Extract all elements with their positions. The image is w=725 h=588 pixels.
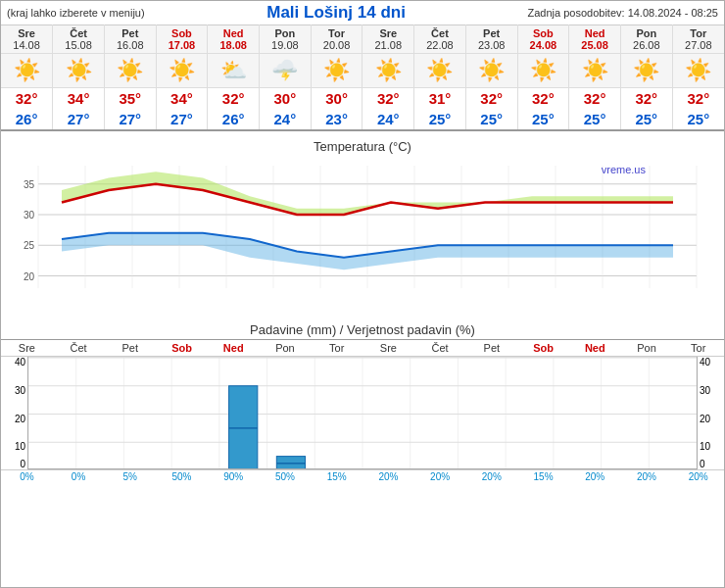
weather-icon-cell: ☀️ <box>620 54 672 88</box>
day-cell: Sre14.08 <box>1 25 53 54</box>
day-cell: Tor27.08 <box>672 25 724 54</box>
precip-day-header: Pon <box>260 340 312 356</box>
precip-day-header: Ned <box>569 340 621 356</box>
menu-hint: (kraj lahko izberete v meniju) <box>7 7 145 19</box>
weather-icon-cell: ☀️ <box>1 54 53 88</box>
day-cell: Pon19.08 <box>260 25 312 54</box>
low-temp-cell: 25° <box>414 109 466 130</box>
day-cell: Pet23.08 <box>465 25 517 54</box>
high-temp-cell: 32° <box>1 88 53 110</box>
precip-day-header: Pet <box>104 340 156 356</box>
low-temp-cell: 27° <box>156 109 208 130</box>
day-cell: Sob24.08 <box>517 25 569 54</box>
precip-percent-cell: 50% <box>260 470 312 483</box>
high-temp-cell: 32° <box>362 88 414 110</box>
day-cell: Tor20.08 <box>311 25 362 54</box>
last-update: Zadnja posodobitev: 14.08.2024 - 08:25 <box>528 7 718 19</box>
precip-chart-title: Padavine (mm) / Verjetnost padavin (%) <box>1 318 724 339</box>
high-temp-cell: 32° <box>569 88 621 110</box>
svg-text:35: 35 <box>24 179 35 190</box>
precip-percent-cell: 20% <box>621 470 673 483</box>
weather-icon-cell: ☀️ <box>465 54 517 88</box>
weather-icon-cell: 🌩️ <box>260 54 312 88</box>
high-temp-cell: 30° <box>311 88 362 110</box>
precip-percent-cell: 90% <box>208 470 260 483</box>
weather-icon-cell: ☀️ <box>414 54 466 88</box>
weather-icon-cell: ⛅ <box>208 54 260 88</box>
precip-day-header: Tor <box>672 340 724 356</box>
low-temp-cell: 25° <box>620 109 672 130</box>
precip-day-header: Sob <box>517 340 569 356</box>
day-cell: Ned18.08 <box>208 25 260 54</box>
high-temp-cell: 34° <box>156 88 208 110</box>
high-temp-cell: 32° <box>465 88 517 110</box>
low-temp-cell: 24° <box>260 109 312 130</box>
precip-percent-cell: 5% <box>104 470 156 483</box>
low-temp-cell: 24° <box>362 109 414 130</box>
precip-percent-cell: 15% <box>517 470 569 483</box>
precip-day-header: Čet <box>414 340 466 356</box>
low-temp-cell: 27° <box>104 109 156 130</box>
high-temp-cell: 32° <box>208 88 260 110</box>
svg-rect-46 <box>276 457 305 468</box>
precip-percent-cell: 20% <box>569 470 621 483</box>
day-cell: Čet15.08 <box>53 25 105 54</box>
precip-percent-cell: 20% <box>362 470 414 483</box>
high-temp-cell: 34° <box>53 88 105 110</box>
high-temp-cell: 31° <box>414 88 466 110</box>
day-cell: Čet22.08 <box>414 25 466 54</box>
day-cell: Ned25.08 <box>569 25 621 54</box>
precip-day-header: Pet <box>465 340 517 356</box>
precip-percent-cell: 50% <box>156 470 208 483</box>
high-temp-cell: 30° <box>260 88 312 110</box>
weather-icon-cell: ☀️ <box>311 54 362 88</box>
low-temp-cell: 27° <box>53 109 105 130</box>
weather-icon-cell: ☀️ <box>569 54 621 88</box>
weather-table: Sre14.08Čet15.08Pet16.08Sob17.08Ned18.08… <box>1 24 724 131</box>
precip-chart-container: Padavine (mm) / Verjetnost padavin (%) S… <box>1 318 724 505</box>
high-temp-cell: 32° <box>620 88 672 110</box>
low-temp-cell: 26° <box>208 109 260 130</box>
low-temp-cell: 25° <box>465 109 517 130</box>
svg-rect-44 <box>229 386 258 468</box>
svg-text:25: 25 <box>24 240 35 251</box>
high-temp-cell: 32° <box>517 88 569 110</box>
precip-day-header: Ned <box>208 340 260 356</box>
day-cell: Sob17.08 <box>156 25 208 54</box>
precip-day-header: Sob <box>156 340 208 356</box>
precip-day-header: Tor <box>311 340 362 356</box>
precip-percent-cell: 15% <box>311 470 362 483</box>
weather-icon-cell: ☀️ <box>672 54 724 88</box>
weather-icon-cell: ☀️ <box>156 54 208 88</box>
weather-icon-cell: ☀️ <box>517 54 569 88</box>
svg-text:20: 20 <box>24 271 35 282</box>
high-temp-cell: 32° <box>672 88 724 110</box>
low-temp-cell: 25° <box>517 109 569 130</box>
precip-percent-cell: 0% <box>1 470 53 483</box>
weather-icon-cell: ☀️ <box>362 54 414 88</box>
weather-icon-cell: ☀️ <box>104 54 156 88</box>
low-temp-cell: 25° <box>672 109 724 130</box>
day-cell: Pon26.08 <box>620 25 672 54</box>
high-temp-cell: 35° <box>104 88 156 110</box>
low-temp-cell: 26° <box>1 109 53 130</box>
precip-day-header: Pon <box>621 340 673 356</box>
day-cell: Pet16.08 <box>104 25 156 54</box>
precip-day-header: Čet <box>53 340 105 356</box>
precip-day-header: Sre <box>362 340 414 356</box>
precip-percent-cell: 20% <box>465 470 517 483</box>
precip-day-header: Sre <box>1 340 53 356</box>
precip-percent-cell: 20% <box>672 470 724 483</box>
precip-percent-cell: 20% <box>414 470 466 483</box>
day-cell: Sre21.08 <box>362 25 414 54</box>
precip-percent-cell: 0% <box>53 470 105 483</box>
temp-chart-title: Temperatura (°C) <box>1 135 724 156</box>
low-temp-cell: 25° <box>569 109 621 130</box>
watermark: vreme.us <box>602 164 646 175</box>
page-title: Mali Lošinj 14 dni <box>266 3 406 23</box>
low-temp-cell: 23° <box>311 109 362 130</box>
top-bar: (kraj lahko izberete v meniju) Mali Loši… <box>1 1 724 24</box>
weather-icon-cell: ☀️ <box>53 54 105 88</box>
temp-chart-container: Temperatura (°C) 20253035 vreme.us <box>1 135 724 317</box>
svg-text:30: 30 <box>24 210 35 220</box>
